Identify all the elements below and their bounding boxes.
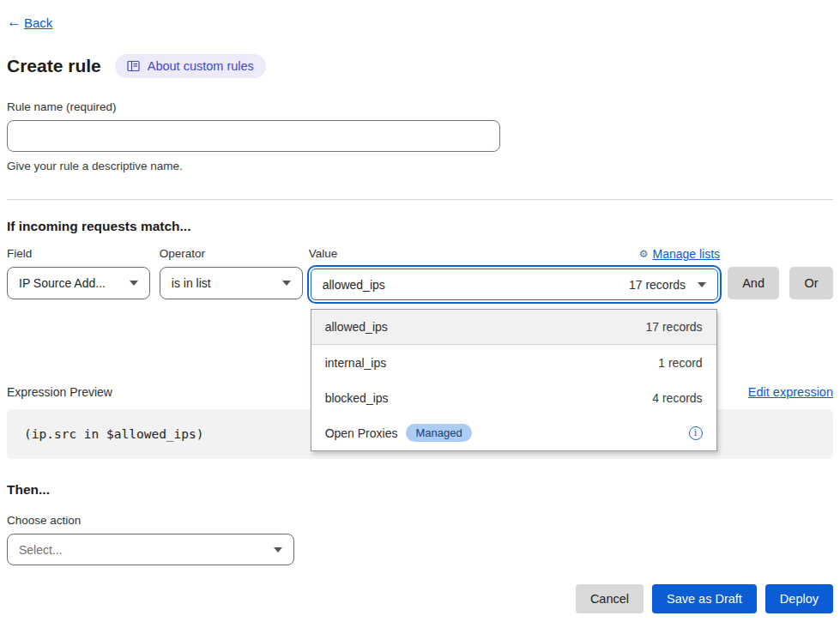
and-button[interactable]: And: [728, 267, 779, 299]
list-option-name: internal_ips: [325, 356, 387, 370]
back-arrow-icon: ←: [7, 14, 21, 31]
list-option-open-proxies[interactable]: Open Proxies Managed i: [311, 415, 716, 450]
chevron-down-icon: [282, 281, 291, 286]
chevron-down-icon: [274, 547, 282, 552]
list-option-meta: 17 records: [645, 320, 702, 334]
info-icon[interactable]: i: [689, 426, 703, 440]
list-option-meta: 1 record: [658, 356, 702, 370]
expression-preview-label: Expression Preview: [7, 385, 112, 399]
list-option-internal-ips[interactable]: internal_ips 1 record: [311, 345, 716, 380]
manage-lists-label: Manage lists: [653, 247, 721, 261]
gear-icon: ⚙: [639, 248, 649, 260]
value-select-right: 17 records: [629, 278, 706, 292]
choose-action-label: Choose action: [7, 514, 833, 527]
section-divider: [7, 199, 833, 200]
list-option-name: allowed_ips: [325, 320, 388, 334]
value-label: Value: [309, 247, 338, 267]
list-option-blocked-ips[interactable]: blocked_ips 4 records: [311, 380, 716, 415]
action-select-placeholder: Select...: [19, 543, 63, 557]
about-custom-rules-label: About custom rules: [148, 59, 254, 73]
deploy-button[interactable]: Deploy: [765, 584, 833, 613]
value-select-value: allowed_ips: [323, 278, 385, 292]
then-heading: Then...: [7, 482, 833, 498]
value-select-meta: 17 records: [629, 278, 686, 292]
back-link[interactable]: ←Back: [7, 14, 52, 31]
operator-select[interactable]: is in list: [160, 267, 303, 299]
value-select[interactable]: allowed_ips 17 records: [311, 269, 718, 300]
match-condition-row: Field IP Source Add... Operator is in li…: [7, 247, 833, 300]
field-select-value: IP Source Add...: [19, 276, 106, 290]
rule-name-label: Rule name (required): [7, 100, 833, 113]
field-column: Field IP Source Add...: [7, 247, 150, 299]
list-option-allowed-ips[interactable]: allowed_ips 17 records: [311, 310, 716, 345]
operator-label: Operator: [160, 247, 303, 267]
list-option-meta: 4 records: [652, 391, 702, 405]
chevron-down-icon: [130, 281, 138, 286]
list-option-name: blocked_ips: [325, 391, 389, 405]
cancel-button[interactable]: Cancel: [576, 584, 644, 613]
managed-badge: Managed: [406, 424, 471, 442]
list-dropdown-panel: allowed_ips 17 records internal_ips 1 re…: [311, 309, 717, 451]
value-select-wrap: allowed_ips 17 records allowed_ips 17 re…: [309, 269, 720, 300]
operator-select-value: is in list: [172, 276, 211, 290]
footer-actions: Cancel Save as Draft Deploy: [7, 584, 833, 613]
title-row: Create rule About custom rules: [7, 54, 833, 78]
match-heading: If incoming requests match...: [7, 219, 833, 234]
page-title: Create rule: [7, 56, 101, 76]
create-rule-page: ←Back Create rule About custom rules Rul…: [0, 0, 840, 634]
expression-code: (ip.src in $allowed_ips): [24, 427, 204, 441]
rule-name-input[interactable]: [7, 120, 500, 152]
or-button[interactable]: Or: [789, 267, 833, 299]
rule-name-helper: Give your rule a descriptive name.: [7, 160, 833, 172]
action-select[interactable]: Select...: [7, 534, 294, 565]
list-option-name: Open Proxies: [325, 426, 398, 440]
save-as-draft-button[interactable]: Save as Draft: [652, 584, 757, 613]
operator-column: Operator is in list: [160, 247, 303, 299]
chevron-down-icon: [698, 282, 706, 287]
edit-expression-link[interactable]: Edit expression: [748, 385, 833, 399]
about-custom-rules-link[interactable]: About custom rules: [115, 54, 266, 78]
list-option-left: Open Proxies Managed: [325, 424, 472, 442]
field-label: Field: [7, 247, 150, 267]
field-select[interactable]: IP Source Add...: [7, 267, 150, 299]
book-icon: [127, 60, 140, 72]
value-label-row: Value ⚙ Manage lists: [309, 247, 720, 267]
back-link-label: Back: [24, 15, 52, 30]
manage-lists-link[interactable]: ⚙ Manage lists: [639, 247, 720, 261]
value-column: Value ⚙ Manage lists allowed_ips 17 reco…: [309, 247, 720, 300]
